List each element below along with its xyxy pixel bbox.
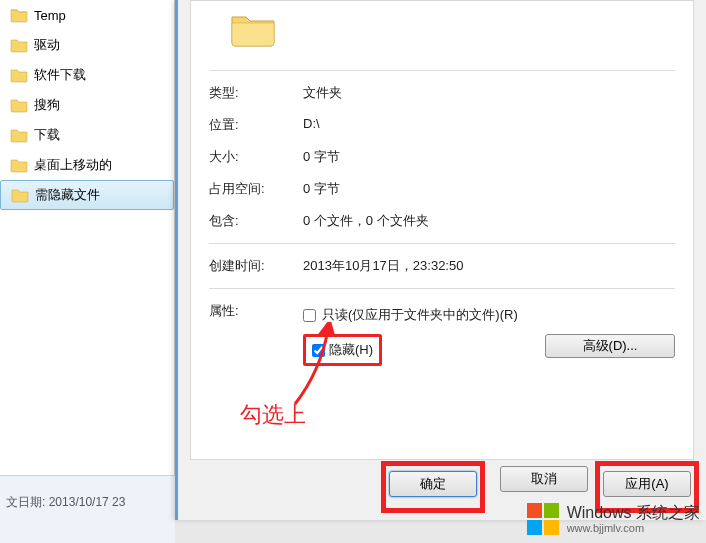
properties-dialog: 类型: 文件夹 位置: D:\ 大小: 0 字节 占用空间: 0 字节 包含: …	[175, 0, 706, 520]
tree-item-label: 驱动	[34, 36, 60, 54]
hidden-checkbox[interactable]	[312, 344, 325, 357]
size-value: 0 字节	[303, 148, 675, 166]
location-value: D:\	[303, 116, 675, 134]
annotation-text: 勾选上	[240, 400, 306, 430]
folder-icon	[10, 7, 28, 23]
type-label: 类型:	[209, 84, 303, 102]
tree-item-label: Temp	[34, 8, 66, 23]
readonly-checkbox[interactable]	[303, 309, 316, 322]
disk-value: 0 字节	[303, 180, 675, 198]
prop-disk: 占用空间: 0 字节	[209, 173, 675, 205]
prop-location: 位置: D:\	[209, 109, 675, 141]
prop-size: 大小: 0 字节	[209, 141, 675, 173]
watermark: Windows 系统之家 www.bjjmlv.com	[525, 501, 700, 537]
tree-item-label: 下载	[34, 126, 60, 144]
svg-rect-0	[527, 503, 542, 518]
tree-item-label: 需隐藏文件	[35, 186, 100, 204]
folder-icon	[10, 37, 28, 53]
folder-icon	[10, 97, 28, 113]
folder-icon	[10, 157, 28, 173]
location-label: 位置:	[209, 116, 303, 134]
tree-item-label: 桌面上移动的	[34, 156, 112, 174]
disk-label: 占用空间:	[209, 180, 303, 198]
tree-item-hidden-files[interactable]: 需隐藏文件	[0, 180, 174, 210]
status-date-label: 文日期:	[6, 495, 45, 509]
explorer-tree-pane: Temp 驱动 软件下载 搜狗 下载 桌面上移动的 需隐藏文件	[0, 0, 175, 475]
separator	[209, 70, 675, 71]
readonly-row: 只读(仅应用于文件夹中的文件)(R)	[303, 302, 675, 328]
watermark-title: Windows 系统之家	[567, 504, 700, 522]
tree-item-drivers[interactable]: 驱动	[0, 30, 174, 60]
svg-rect-2	[527, 520, 542, 535]
ok-button-highlight: 确定	[386, 466, 480, 508]
readonly-label: 只读(仅应用于文件夹中的文件)(R)	[322, 306, 518, 324]
folder-icon	[10, 67, 28, 83]
tree-item-downloads[interactable]: 下载	[0, 120, 174, 150]
advanced-button[interactable]: 高级(D)...	[545, 334, 675, 358]
folder-preview	[209, 1, 675, 64]
ok-button[interactable]: 确定	[389, 471, 477, 497]
hidden-checkbox-highlight: 隐藏(H)	[303, 334, 382, 366]
folder-icon	[11, 187, 29, 203]
tree-item-moved-from-desktop[interactable]: 桌面上移动的	[0, 150, 174, 180]
tree-item-label: 搜狗	[34, 96, 60, 114]
tree-item-label: 软件下载	[34, 66, 86, 84]
size-label: 大小:	[209, 148, 303, 166]
separator	[209, 243, 675, 244]
prop-contains: 包含: 0 个文件，0 个文件夹	[209, 205, 675, 237]
large-folder-icon	[229, 38, 277, 52]
svg-rect-3	[544, 520, 559, 535]
contains-value: 0 个文件，0 个文件夹	[303, 212, 675, 230]
tree-item-temp[interactable]: Temp	[0, 0, 174, 30]
separator	[209, 288, 675, 289]
apply-button[interactable]: 应用(A)	[603, 471, 691, 497]
watermark-url: www.bjjmlv.com	[567, 522, 700, 534]
tree-item-downloads-soft[interactable]: 软件下载	[0, 60, 174, 90]
status-date-value: 2013/10/17 23	[49, 495, 126, 509]
explorer-status-bar: 文日期: 2013/10/17 23	[0, 475, 175, 543]
cancel-button[interactable]: 取消	[500, 466, 588, 492]
type-value: 文件夹	[303, 84, 675, 102]
attr-label: 属性:	[209, 302, 303, 366]
tree-item-sogou[interactable]: 搜狗	[0, 90, 174, 120]
prop-created: 创建时间: 2013年10月17日，23:32:50	[209, 250, 675, 282]
created-label: 创建时间:	[209, 257, 303, 275]
hidden-label: 隐藏(H)	[329, 341, 373, 359]
folder-icon	[10, 127, 28, 143]
created-value: 2013年10月17日，23:32:50	[303, 257, 675, 275]
prop-attributes: 属性: 只读(仅应用于文件夹中的文件)(R) 隐藏(H) 高级(D)...	[209, 295, 675, 373]
svg-rect-1	[544, 503, 559, 518]
prop-type: 类型: 文件夹	[209, 77, 675, 109]
dialog-content: 类型: 文件夹 位置: D:\ 大小: 0 字节 占用空间: 0 字节 包含: …	[190, 0, 694, 460]
contains-label: 包含:	[209, 212, 303, 230]
windows-logo-icon	[525, 501, 561, 537]
